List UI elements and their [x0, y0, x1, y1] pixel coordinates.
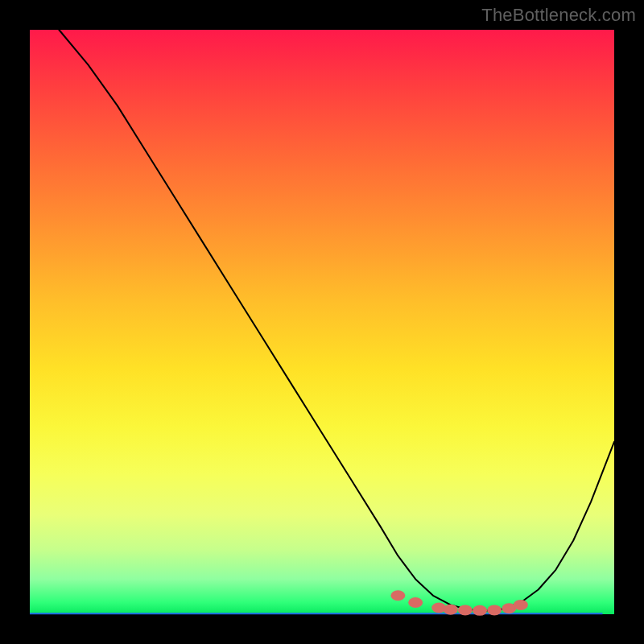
plot-area: [30, 30, 614, 614]
bottleneck-curve: [59, 30, 614, 611]
flat-region-dot: [444, 605, 458, 615]
flat-region-dot: [514, 600, 528, 610]
flat-region-dot: [487, 605, 502, 615]
chart-frame: TheBottleneck.com: [0, 0, 644, 644]
flat-region-dot: [390, 590, 405, 601]
flat-region-dots: [390, 590, 527, 616]
flat-region-dot: [408, 597, 423, 608]
chart-svg: [30, 30, 614, 614]
flat-region-dot: [458, 605, 473, 615]
watermark-label: TheBottleneck.com: [481, 5, 636, 26]
flat-region-dot: [473, 605, 487, 616]
